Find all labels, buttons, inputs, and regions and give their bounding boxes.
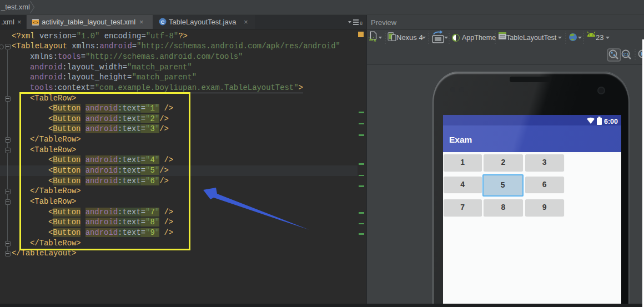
svg-text:6:00: 6:00 (604, 118, 618, 125)
svg-text:C: C (161, 19, 165, 25)
svg-text:<>: <> (33, 20, 38, 25)
svg-text:1:1: 1:1 (623, 52, 628, 56)
svg-text:8: 8 (360, 21, 363, 26)
